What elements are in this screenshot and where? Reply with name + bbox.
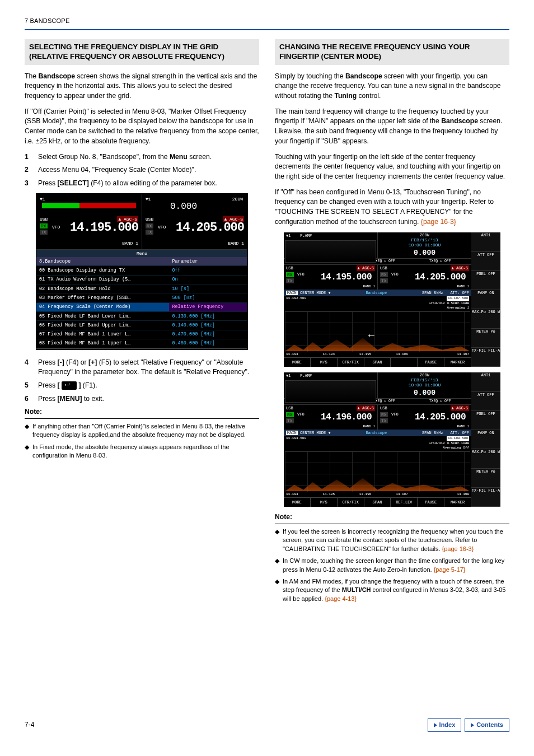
left-note-head: Note: <box>25 407 259 417</box>
triangle-icon <box>471 723 474 727</box>
contents-button[interactable]: Contents <box>465 718 509 732</box>
header-rule <box>25 29 509 30</box>
enter-icon: ⮠ <box>62 381 77 390</box>
left-notes: ◆If anything other than "Off (Carrier Po… <box>25 422 259 460</box>
triangle-icon <box>434 723 437 727</box>
page-footer: 7-4 Index Contents <box>25 718 509 732</box>
page-number: 7-4 <box>25 720 34 730</box>
page-ref[interactable]: {page 16-3} <box>421 218 456 226</box>
steps-top: 1Select Group No. 8, "Bandscope", from t… <box>25 152 259 189</box>
page-header: 7 BANDSCOPE <box>25 17 509 26</box>
menu-screenshot: ▼1 USB ▲ AGC-S RXTX VFO 14.195.000 BAND … <box>36 193 248 350</box>
steps-bottom: 4Press [-] (F4) or [+] (F5) to select "R… <box>25 358 259 404</box>
right-notes: ◆If you feel the screen is incorrectly r… <box>275 528 509 603</box>
bandscope-screenshot-1: ▼1 P.AMP 200W FEB/15/'1310:00 01:00U 0.0… <box>284 232 500 367</box>
index-button[interactable]: Index <box>428 718 462 732</box>
bandscope-screenshot-2: ▼1 P.AMP 200W FEB/15/'1310:00 01:00U 0.0… <box>284 372 500 507</box>
left-p2: If "Off (Carrier Point)" is selected in … <box>25 107 259 147</box>
left-section-title: SELECTING THE FREQUENCY DISPLAY IN THE G… <box>25 39 259 65</box>
left-column: SELECTING THE FREQUENCY DISPLAY IN THE G… <box>25 39 259 606</box>
right-note-head: Note: <box>275 512 509 522</box>
right-section-title: CHANGING THE RECEIVE FREQUENCY USING YOU… <box>275 39 509 65</box>
left-p1: The Bandscope screen shows the signal st… <box>25 72 259 101</box>
right-column: CHANGING THE RECEIVE FREQUENCY USING YOU… <box>275 39 509 606</box>
